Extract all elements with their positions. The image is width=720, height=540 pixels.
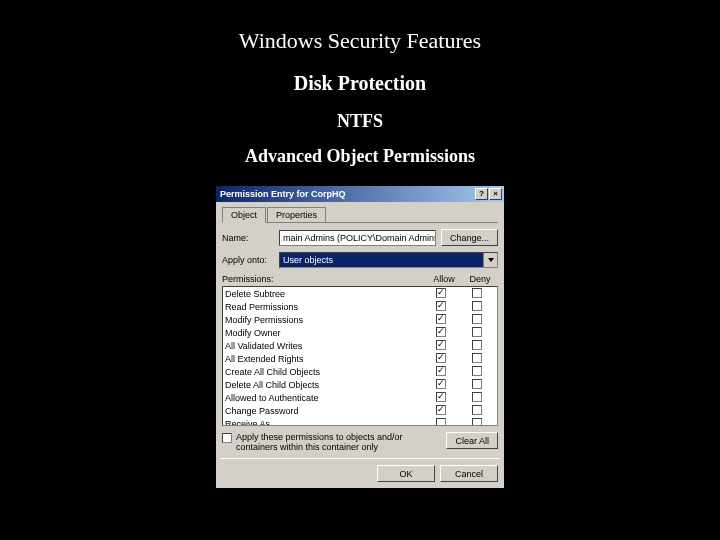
name-label: Name:	[222, 233, 274, 243]
allow-checkbox[interactable]	[436, 353, 446, 363]
clear-all-button[interactable]: Clear All	[446, 432, 498, 449]
deny-checkbox[interactable]	[472, 405, 482, 415]
dialog-titlebar[interactable]: Permission Entry for CorpHQ ? ×	[216, 186, 504, 202]
change-button[interactable]: Change...	[441, 229, 498, 246]
allow-checkbox[interactable]	[436, 301, 446, 311]
slide-sub-ntfs: NTFS	[0, 111, 720, 132]
allow-checkbox[interactable]	[436, 327, 446, 337]
allow-checkbox[interactable]	[436, 418, 446, 427]
allow-checkbox[interactable]	[436, 392, 446, 402]
dialog-title: Permission Entry for CorpHQ	[220, 189, 346, 199]
tab-properties[interactable]: Properties	[267, 207, 326, 222]
permission-row: Receive As	[223, 417, 497, 426]
deny-checkbox[interactable]	[472, 314, 482, 324]
slide-sub-disk: Disk Protection	[0, 72, 720, 95]
permission-name: Read Permissions	[225, 302, 423, 312]
permission-row: Read Permissions	[223, 300, 497, 313]
apply-onto-label: Apply onto:	[222, 255, 274, 265]
permission-name: Allowed to Authenticate	[225, 393, 423, 403]
permission-row: Change Password	[223, 404, 497, 417]
permission-name: Delete All Child Objects	[225, 380, 423, 390]
cancel-button[interactable]: Cancel	[440, 465, 498, 482]
ok-button[interactable]: OK	[377, 465, 435, 482]
apply-subtree-checkbox[interactable]	[222, 433, 232, 443]
deny-checkbox[interactable]	[472, 353, 482, 363]
apply-onto-select[interactable]: User objects	[279, 252, 498, 268]
deny-header: Deny	[462, 274, 498, 284]
permission-row: Create All Child Objects	[223, 365, 497, 378]
slide-sub-advanced: Advanced Object Permissions	[0, 146, 720, 167]
name-field: main Admins (POLICY\Domain Admins)	[279, 230, 436, 246]
permissions-list[interactable]: Delete SubtreeRead PermissionsModify Per…	[222, 286, 498, 426]
permission-row: Delete All Child Objects	[223, 378, 497, 391]
tab-strip: Object Properties	[222, 207, 498, 223]
allow-checkbox[interactable]	[436, 340, 446, 350]
permission-name: Modify Permissions	[225, 315, 423, 325]
permission-row: All Extended Rights	[223, 352, 497, 365]
permission-name: Receive As	[225, 419, 423, 427]
deny-checkbox[interactable]	[472, 288, 482, 298]
allow-checkbox[interactable]	[436, 379, 446, 389]
deny-checkbox[interactable]	[472, 392, 482, 402]
permission-row: Delete Subtree	[223, 287, 497, 300]
apply-onto-value: User objects	[280, 253, 483, 267]
deny-checkbox[interactable]	[472, 379, 482, 389]
permission-row: Allowed to Authenticate	[223, 391, 497, 404]
permission-row: All Validated Writes	[223, 339, 497, 352]
permission-name: All Extended Rights	[225, 354, 423, 364]
permission-name: Create All Child Objects	[225, 367, 423, 377]
allow-checkbox[interactable]	[436, 366, 446, 376]
allow-checkbox[interactable]	[436, 288, 446, 298]
deny-checkbox[interactable]	[472, 301, 482, 311]
deny-checkbox[interactable]	[472, 366, 482, 376]
allow-checkbox[interactable]	[436, 314, 446, 324]
help-button[interactable]: ?	[475, 188, 488, 200]
apply-subtree-label: Apply these permissions to objects and/o…	[236, 432, 442, 452]
permission-row: Modify Owner	[223, 326, 497, 339]
close-button[interactable]: ×	[489, 188, 502, 200]
permission-name: Delete Subtree	[225, 289, 423, 299]
slide-title: Windows Security Features	[0, 28, 720, 54]
deny-checkbox[interactable]	[472, 418, 482, 427]
permission-name: All Validated Writes	[225, 341, 423, 351]
permission-name: Change Password	[225, 406, 423, 416]
permission-entry-dialog: Permission Entry for CorpHQ ? × Object P…	[215, 185, 505, 489]
chevron-down-icon	[483, 253, 497, 267]
separator	[220, 458, 500, 459]
deny-checkbox[interactable]	[472, 340, 482, 350]
permissions-label: Permissions:	[222, 274, 426, 284]
allow-header: Allow	[426, 274, 462, 284]
tab-object[interactable]: Object	[222, 207, 266, 223]
deny-checkbox[interactable]	[472, 327, 482, 337]
permission-name: Modify Owner	[225, 328, 423, 338]
allow-checkbox[interactable]	[436, 405, 446, 415]
permission-row: Modify Permissions	[223, 313, 497, 326]
